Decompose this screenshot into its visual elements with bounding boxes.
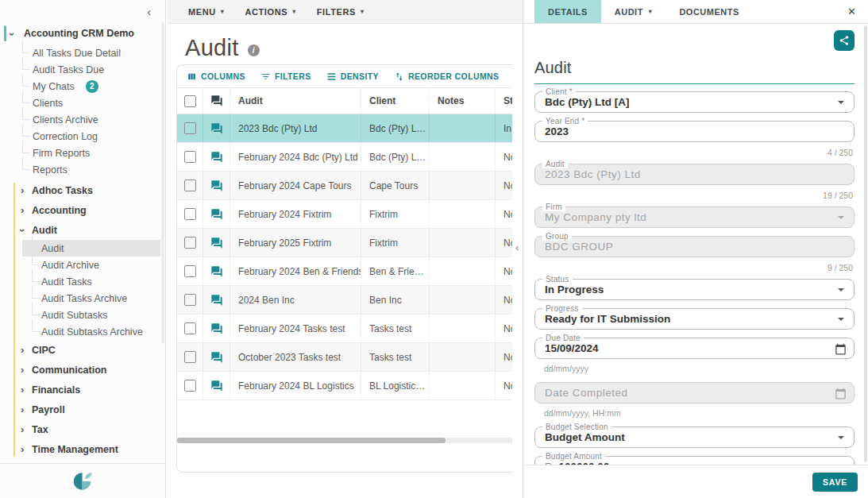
field-value: Bdc (Pty) Ltd [A] xyxy=(545,96,629,108)
sidebar-item-correction-log[interactable]: Correction Log xyxy=(22,128,160,145)
sidebar-item-audit-tasks[interactable]: Audit Tasks xyxy=(22,273,160,290)
chat-icon[interactable] xyxy=(210,265,223,278)
row-checkbox[interactable] xyxy=(184,237,196,249)
cell-client: Cape Tours xyxy=(361,172,430,199)
chat-icon[interactable] xyxy=(210,380,223,392)
sidebar-item-payroll[interactable]: ›Payroll xyxy=(0,400,160,419)
sidebar-collapse-button[interactable]: ‹ xyxy=(144,4,154,20)
field-status[interactable]: StatusIn Progress xyxy=(534,279,854,300)
toolbar-filters-button[interactable]: FILTERS xyxy=(260,71,311,82)
sidebar-item-tax[interactable]: ›Tax xyxy=(0,419,160,439)
save-button[interactable]: SAVE xyxy=(812,473,858,492)
table-row[interactable]: February 2024 Cape ToursCape ToursNot St… xyxy=(177,172,512,200)
chevron-right-icon: › xyxy=(21,205,24,215)
table-row[interactable]: February 2025 FixtrimFixtrimNot Started xyxy=(177,229,512,257)
sidebar-item-reports[interactable]: Reports xyxy=(22,161,160,178)
sidebar-item-clients[interactable]: Clients xyxy=(22,95,160,111)
tab-documents[interactable]: DOCUMENTS xyxy=(665,0,752,23)
details-collapse-handle[interactable]: ‹ xyxy=(515,241,519,253)
details-scrollbar[interactable] xyxy=(864,25,867,462)
info-icon[interactable]: i xyxy=(248,44,260,56)
sidebar-item-audit[interactable]: ›Audit xyxy=(0,220,160,240)
chat-icon[interactable] xyxy=(210,351,223,364)
row-checkbox[interactable] xyxy=(184,380,196,392)
table-row[interactable]: 2024 Ben IncBen IncNot Started xyxy=(177,286,512,315)
close-icon[interactable]: ✕ xyxy=(847,6,856,17)
field-year-end[interactable]: Year End *2023 xyxy=(534,121,854,142)
row-checkbox[interactable] xyxy=(184,180,196,191)
table-row[interactable]: 2023 Bdc (Pty) LtdBdc (Pty) Ltd [A]In Pr… xyxy=(177,114,512,143)
row-checkbox[interactable] xyxy=(184,322,196,334)
app-logo xyxy=(71,469,95,493)
table-row[interactable]: February 2024 Bdc (Pty) LtdBdc (Pty) Ltd… xyxy=(177,143,512,172)
menu-filters[interactable]: FILTERS▾ xyxy=(317,7,365,17)
sidebar-item-label: Payroll xyxy=(32,404,65,415)
table-row[interactable]: February 2024 FixtrimFixtrimNot Started xyxy=(177,200,512,229)
field-client[interactable]: Client *Bdc (Pty) Ltd [A] xyxy=(534,91,854,113)
row-checkbox[interactable] xyxy=(184,208,196,220)
chat-icon[interactable] xyxy=(210,322,223,335)
row-checkbox[interactable] xyxy=(184,351,196,363)
sidebar-item-audit[interactable]: Audit xyxy=(22,240,160,257)
sidebar-item-my-chats[interactable]: My Chats2 xyxy=(22,78,160,95)
menu-item-label: FILTERS xyxy=(317,7,356,17)
cell-client-text: Tasks test xyxy=(369,323,429,334)
field-audit[interactable]: Audit2023 Bdc (Pty) Ltd xyxy=(534,164,854,185)
sidebar-item-audit-subtasks[interactable]: Audit Subtasks xyxy=(22,307,160,323)
sidebar-item-clients-archive[interactable]: Clients Archive xyxy=(22,111,160,128)
sidebar-item-firm-reports[interactable]: Firm Reports xyxy=(22,145,160,161)
sidebar-item-audit-archive[interactable]: Audit Archive xyxy=(22,257,160,273)
chat-icon[interactable] xyxy=(210,180,223,192)
sidebar-item-communication[interactable]: ›Communication xyxy=(0,360,160,380)
field-due-date[interactable]: Due Date15/09/2024 xyxy=(534,338,854,359)
table-row[interactable]: February 2024 Tasks testTasks testNot St… xyxy=(177,315,512,343)
sidebar-item-all-tasks-due-detail[interactable]: All Tasks Due Detail xyxy=(22,44,160,61)
field-firm[interactable]: FirmMy Company pty ltd xyxy=(534,207,854,228)
table-row[interactable]: February 2024 BL LogisticsBL Logistics [… xyxy=(177,372,512,400)
calendar-icon xyxy=(835,343,847,355)
row-checkbox[interactable] xyxy=(184,265,196,277)
sidebar-item-accounting[interactable]: ›Accounting xyxy=(0,200,160,220)
tab-details[interactable]: DETAILS xyxy=(534,0,601,23)
horizontal-scrollbar[interactable] xyxy=(177,438,512,443)
row-checkbox[interactable] xyxy=(184,122,196,134)
field-budget-selection[interactable]: Budget SelectionBudget Amount xyxy=(534,427,854,448)
row-chat-cell xyxy=(203,343,230,371)
sidebar-item-label: Audit xyxy=(22,243,64,254)
field-group[interactable]: GroupBDC GROUP xyxy=(534,236,854,257)
toolbar-columns-button[interactable]: COLUMNS xyxy=(187,71,245,82)
field-date-completed[interactable]: Date Completed xyxy=(534,382,854,403)
chat-icon[interactable] xyxy=(210,151,223,164)
chat-icon[interactable] xyxy=(210,237,223,249)
share-button[interactable] xyxy=(834,30,854,51)
field-progress[interactable]: ProgressReady for IT Submission xyxy=(534,308,854,330)
select-all-checkbox[interactable] xyxy=(184,95,196,107)
chat-icon[interactable] xyxy=(210,208,223,221)
sidebar-item-audit-tasks-due[interactable]: Audit Tasks Due xyxy=(22,61,160,78)
field-budget-amount[interactable]: Budget AmountR100000.00 xyxy=(534,456,854,465)
toolbar-reorder-columns-button[interactable]: REORDER COLUMNS xyxy=(394,71,500,82)
table-row[interactable]: October 2023 Tasks testTasks testNot Sta… xyxy=(177,343,512,372)
sidebar-item-audit-subtasks-archive[interactable]: Audit Subtasks Archive xyxy=(22,323,160,340)
table-row[interactable]: February 2024 Ben & FriendsBen & Friends… xyxy=(177,257,512,286)
sidebar-scrollbar[interactable] xyxy=(161,22,164,343)
sidebar-item-time-management[interactable]: ›Time Management xyxy=(0,439,160,459)
cell-status: In Progress xyxy=(496,114,512,142)
row-checkbox[interactable] xyxy=(184,294,196,306)
chat-icon[interactable] xyxy=(210,294,223,307)
field-value: My Company pty ltd xyxy=(545,211,646,223)
row-checkbox[interactable] xyxy=(184,151,196,163)
horizontal-scrollbar-thumb[interactable] xyxy=(177,438,446,443)
menu-menu[interactable]: MENU▾ xyxy=(188,7,224,17)
chat-icon[interactable] xyxy=(210,122,223,135)
tab-audit[interactable]: AUDIT▾ xyxy=(601,0,666,23)
sidebar-category-group: ›Adhoc Tasks›Accounting›AuditAuditAudit … xyxy=(0,180,160,459)
sidebar-item-audit-tasks-archive[interactable]: Audit Tasks Archive xyxy=(22,290,160,307)
chevron-right-icon: › xyxy=(21,384,24,395)
sidebar-item-cipc[interactable]: ›CIPC xyxy=(0,340,160,360)
toolbar-density-button[interactable]: DENSITY xyxy=(326,71,379,82)
sidebar-item-financials[interactable]: ›Financials xyxy=(0,380,160,400)
sidebar-item-adhoc-tasks[interactable]: ›Adhoc Tasks xyxy=(0,180,160,200)
menu-actions[interactable]: ACTIONS▾ xyxy=(245,7,295,17)
field-value: Ready for IT Submission xyxy=(545,313,670,325)
